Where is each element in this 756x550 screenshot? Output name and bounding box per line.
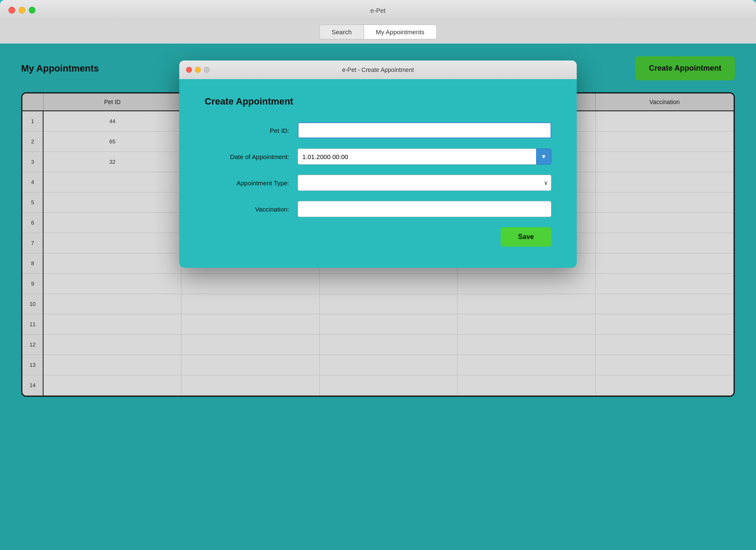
- vaccination-form-row: Vaccination:: [205, 201, 551, 217]
- traffic-lights: [8, 7, 36, 14]
- vaccination-input[interactable]: [298, 201, 551, 217]
- modal-minimize-button[interactable]: [195, 67, 201, 73]
- pet-id-form-row: Pet ID:: [205, 122, 551, 138]
- main-content: My Appointments Create Appointment Pet I…: [0, 44, 756, 550]
- save-row: Save: [205, 227, 551, 247]
- modal-overlay: e-Pet - Create Appointment Create Appoin…: [0, 44, 756, 550]
- tab-bar: Search My Appointments: [0, 20, 756, 44]
- title-bar: e-Pet: [0, 0, 756, 20]
- date-dropdown-button[interactable]: ▼: [536, 148, 551, 165]
- modal-title-bar: e-Pet - Create Appointment: [179, 60, 577, 79]
- appointment-type-label: Appointment Type:: [205, 179, 298, 187]
- date-input[interactable]: [298, 148, 551, 165]
- modal-maximize-button[interactable]: [204, 67, 210, 73]
- modal-close-button[interactable]: [186, 67, 192, 73]
- create-appointment-modal: e-Pet - Create Appointment Create Appoin…: [179, 60, 577, 268]
- minimize-traffic-light[interactable]: [19, 7, 25, 14]
- app-title: e-Pet: [370, 7, 386, 14]
- appointment-type-select[interactable]: [298, 175, 551, 191]
- vaccination-label: Vaccination:: [205, 206, 298, 213]
- appointment-type-form-row: Appointment Type: ∨: [205, 175, 551, 191]
- os-window: e-Pet Search My Appointments My Appointm…: [0, 0, 756, 550]
- pet-id-input[interactable]: [298, 122, 551, 138]
- modal-form-title: Create Appointment: [205, 96, 551, 107]
- date-label: Date of Appointment:: [205, 153, 298, 160]
- tab-my-appointments[interactable]: My Appointments: [364, 25, 437, 39]
- close-traffic-light[interactable]: [8, 7, 15, 14]
- tab-search[interactable]: Search: [319, 25, 364, 39]
- save-button[interactable]: Save: [501, 227, 551, 247]
- modal-traffic-lights: [186, 67, 210, 73]
- appointment-type-select-wrapper: ∨: [298, 175, 551, 191]
- maximize-traffic-light[interactable]: [29, 7, 36, 14]
- modal-title-text: e-Pet - Create Appointment: [342, 66, 414, 73]
- date-form-row: Date of Appointment: ▼: [205, 148, 551, 165]
- pet-id-label: Pet ID:: [205, 127, 298, 134]
- date-wrapper: ▼: [298, 148, 551, 165]
- modal-body: Create Appointment Pet ID: Date of Appoi…: [179, 79, 577, 268]
